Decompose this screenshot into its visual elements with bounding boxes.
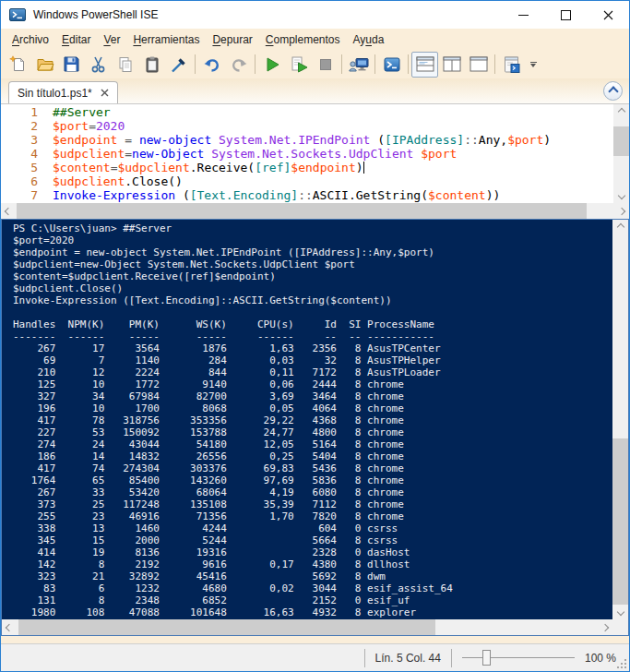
tab-close-icon[interactable]	[101, 89, 109, 97]
menu-item-editar[interactable]: Editar	[55, 30, 97, 49]
minimize-button[interactable]	[502, 1, 544, 29]
new-script-button[interactable]	[5, 52, 31, 78]
open-folder-icon	[36, 55, 54, 74]
scrollbar-thumb[interactable]	[18, 619, 435, 635]
console-pane[interactable]: PS C:\Users\juan> ##Server$port=2020$end…	[1, 219, 629, 636]
copy-button[interactable]	[112, 52, 138, 78]
cut-button[interactable]	[85, 52, 112, 78]
scrollbar-track[interactable]	[17, 619, 598, 635]
scroll-left-arrow[interactable]	[2, 619, 17, 635]
resize-grip[interactable]	[624, 666, 626, 668]
line-number: 4	[1, 147, 49, 161]
scrollbar-thumb[interactable]	[613, 126, 629, 156]
scroll-left-arrow[interactable]	[1, 203, 16, 219]
scrollbar-track[interactable]	[613, 119, 629, 188]
menu-item-herramientas[interactable]: Herramientas	[126, 30, 206, 49]
code-line-7[interactable]: 7Invoke-Expression ([Text.Encoding]::ASC…	[1, 188, 613, 202]
console-line: 414 19 8136 19316 2328 0 dasHost	[13, 546, 612, 558]
code-line-4[interactable]: 4$udpclient=new-Object System.Net.Socket…	[1, 147, 613, 161]
scroll-down-arrow[interactable]	[612, 605, 628, 619]
scrollbar-thumb[interactable]	[612, 438, 628, 605]
code-line-5[interactable]: 5$content=$udpclient.Receive([ref]$endpo…	[1, 161, 613, 174]
scrollbar-track[interactable]	[16, 203, 614, 219]
console-vertical-scrollbar[interactable]	[612, 220, 628, 619]
scrollbar-thumb[interactable]	[17, 203, 587, 219]
console-line: 274 24 43044 54180 12,05 5164 8 chrome	[13, 438, 612, 450]
cursor-position-label: Lín. 5 Col. 44	[375, 652, 441, 665]
console-line: 1764 65 85400 143260 97,69 5836 8 chrome	[13, 474, 612, 486]
console-line: $port=2020	[13, 234, 612, 246]
undo-icon	[203, 55, 221, 74]
show-script-pane-maximized-button[interactable]	[465, 52, 492, 78]
chevron-up-icon	[608, 86, 618, 96]
editor-horizontal-scrollbar[interactable]	[1, 203, 629, 219]
menu-bar: ArchivoEditarVerHerramientasDepurarCompl…	[1, 29, 629, 50]
zoom-slider-thumb[interactable]	[482, 650, 491, 666]
menu-item-complementos[interactable]: Complementos	[259, 30, 347, 49]
script-pane-maximized-icon	[470, 56, 488, 72]
clear-console-pane-button[interactable]	[165, 52, 192, 78]
code-editor[interactable]: 1##Server2$port=20203$endpoint = new-obj…	[1, 104, 613, 203]
zoom-slider-track[interactable]	[462, 657, 575, 658]
code-line-1[interactable]: 1##Server	[1, 105, 613, 119]
stop-operation-button[interactable]	[312, 52, 339, 78]
run-script-button[interactable]	[258, 52, 285, 78]
code-line-6[interactable]: 6$udpclient.Close()	[1, 174, 613, 188]
scroll-right-arrow[interactable]	[598, 619, 612, 635]
zoom-level-label: 100 %	[585, 652, 616, 665]
zoom-slider[interactable]	[462, 650, 575, 666]
console-line: 210 12 2224 844 0,11 7172 8 AsusTPLoader	[13, 366, 612, 378]
menu-item-ayuda[interactable]: Ayuda	[347, 30, 391, 49]
show-command-window-button[interactable]	[498, 52, 525, 78]
new-script-icon	[9, 55, 28, 74]
new-remote-powershell-tab-button[interactable]	[345, 52, 372, 78]
statusbar-separator	[364, 649, 365, 667]
paste-button[interactable]	[138, 52, 165, 78]
code-lines: 1##Server2$port=20203$endpoint = new-obj…	[1, 105, 613, 202]
close-button[interactable]	[587, 1, 629, 29]
code-line-2[interactable]: 2$port=2020	[1, 119, 613, 133]
maximize-button[interactable]	[544, 1, 587, 29]
console-line: 267 17 3564 1876 1,63 2356 8 AsusTPCente…	[13, 342, 612, 354]
menu-item-depurar[interactable]: Depurar	[206, 30, 258, 49]
line-number: 3	[1, 133, 49, 147]
toolbar-overflow-button[interactable]	[527, 53, 540, 77]
show-script-pane-right-button[interactable]	[438, 52, 465, 78]
console-line: 131 8 2348 6852 2152 0 esif_uf	[13, 594, 612, 606]
menu-item-archivo[interactable]: Archivo	[6, 30, 55, 49]
console-line: 345 15 2000 5244 5664 8 csrss	[13, 534, 612, 546]
run-selection-icon	[290, 55, 308, 74]
text-cursor	[363, 162, 365, 174]
tab-sin-titulo1[interactable]: Sin título1.ps1*	[8, 81, 118, 103]
editor-vertical-scrollbar[interactable]	[613, 104, 629, 203]
open-script-button[interactable]	[31, 52, 58, 78]
menu-item-ver[interactable]: Ver	[97, 30, 126, 49]
console-line: $udpclient=new-Object System.Net.Sockets…	[13, 258, 612, 270]
save-icon	[63, 55, 80, 73]
show-script-pane-top-button[interactable]	[411, 52, 438, 78]
line-number: 2	[1, 119, 49, 133]
collapse-script-pane-button[interactable]	[603, 81, 623, 101]
window-title: Windows PowerShell ISE	[33, 8, 502, 21]
scroll-down-arrow[interactable]	[613, 188, 629, 203]
copy-icon	[116, 55, 135, 74]
scroll-up-arrow[interactable]	[613, 104, 629, 119]
start-powershell-exe-button[interactable]	[378, 52, 405, 78]
save-script-button[interactable]	[58, 52, 85, 78]
scrollbar-track[interactable]	[612, 234, 628, 605]
code-line-3[interactable]: 3$endpoint = new-object System.Net.IPEnd…	[1, 133, 613, 147]
console-line: 327 34 67984 82700 3,69 3464 8 chrome	[13, 390, 612, 402]
console-line: 338 13 1460 4244 604 0 csrss	[13, 522, 612, 534]
redo-button[interactable]	[225, 52, 252, 78]
console-output[interactable]: PS C:\Users\juan> ##Server$port=2020$end…	[2, 222, 612, 619]
scroll-up-arrow[interactable]	[612, 220, 628, 234]
scissors-icon	[89, 55, 108, 74]
undo-button[interactable]	[198, 52, 225, 78]
scroll-right-arrow[interactable]	[614, 203, 629, 219]
toolbar-separator	[195, 54, 196, 74]
toolbar-separator	[341, 54, 342, 74]
clipboard-icon	[143, 55, 161, 74]
console-horizontal-scrollbar[interactable]	[2, 619, 612, 635]
console-line: ------- ------ ----- ----- ------ -- -- …	[13, 330, 612, 342]
run-selection-button[interactable]	[285, 52, 312, 78]
